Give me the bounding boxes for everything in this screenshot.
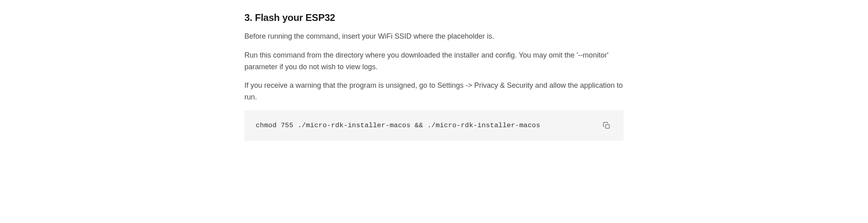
code-block: chmod 755 ./micro-rdk-installer-macos &&… [244,110,624,141]
copy-icon [603,122,611,130]
svg-rect-0 [606,124,609,128]
code-text: chmod 755 ./micro-rdk-installer-macos &&… [256,122,540,129]
paragraph-2: Run this command from the directory wher… [244,50,624,73]
section-heading: 3. Flash your ESP32 [244,12,624,23]
content-container: 3. Flash your ESP32 Before running the c… [236,12,632,141]
paragraph-3: If you receive a warning that the progra… [244,80,624,103]
copy-button[interactable] [601,120,612,131]
paragraph-1: Before running the command, insert your … [244,31,624,42]
